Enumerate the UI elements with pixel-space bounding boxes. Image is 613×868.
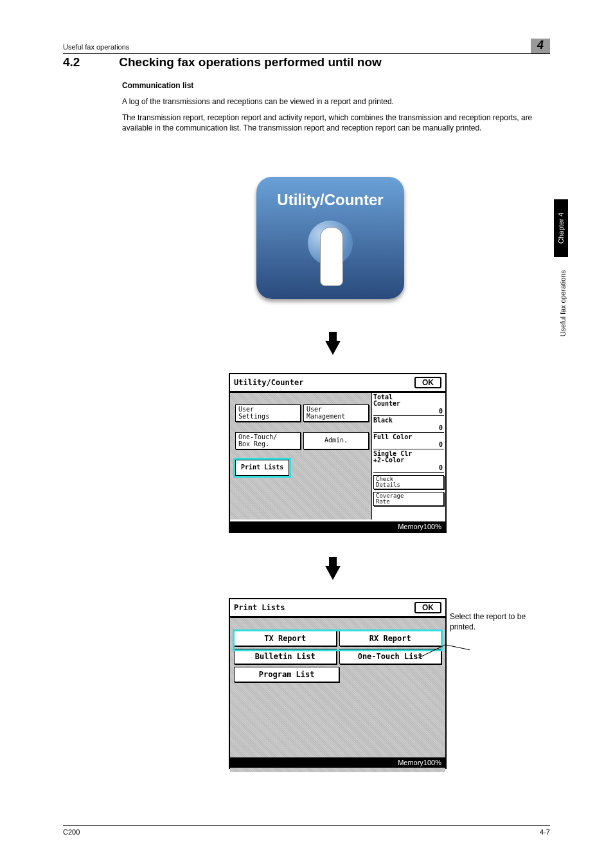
page-header: Useful fax operations 4	[63, 39, 550, 54]
user-management-button[interactable]: User Management	[303, 404, 369, 422]
counter-pane: Total Counter 0 Black 0 Full Color 0 Sin…	[371, 393, 445, 520]
section-title-text: Checking fax operations performed until …	[119, 55, 382, 69]
print-lists-screen: Print Lists OK TX Report RX Report Bulle…	[229, 598, 447, 769]
callout-leader-line	[445, 644, 470, 650]
screen2-titlebar: Print Lists OK	[230, 599, 445, 618]
memory-indicator-2: Memory100%	[230, 757, 445, 768]
screen1-titlebar: Utility/Counter OK	[230, 374, 445, 393]
black-value: 0	[439, 424, 443, 431]
full-color-label: Full Color	[373, 434, 444, 440]
arrow-down-icon	[325, 566, 341, 580]
footer-page: 4-7	[540, 828, 550, 836]
black-label: Black	[373, 417, 444, 424]
tx-report-button[interactable]: TX Report	[234, 631, 337, 646]
paragraph-2: The transmission report, reception repor…	[122, 113, 550, 133]
ok-button[interactable]: OK	[414, 602, 441, 613]
print-lists-button[interactable]: Print Lists	[235, 460, 289, 476]
section-heading: 4.2 Checking fax operations performed un…	[63, 55, 382, 69]
full-color-value: 0	[439, 441, 443, 448]
total-counter-value: 0	[439, 408, 443, 415]
arrow-down-icon	[325, 341, 341, 355]
footer-model: C200	[63, 828, 80, 836]
side-chapter-tab: Chapter 4	[554, 199, 568, 257]
total-counter-label: Total Counter	[373, 394, 444, 407]
one-touch-box-reg-button[interactable]: One-Touch/ Box Reg.	[235, 432, 301, 449]
single-color-value: 0	[439, 464, 443, 471]
ok-button[interactable]: OK	[414, 377, 441, 388]
running-head: Useful fax operations	[63, 43, 129, 51]
rx-report-button[interactable]: RX Report	[339, 631, 442, 646]
utility-counter-screen: Utility/Counter OK User Settings User Ma…	[229, 373, 447, 533]
chapter-badge: 4	[531, 39, 550, 53]
callout-text: Select the report to be printed.	[450, 612, 546, 632]
paragraph-1: A log of the transmissions and reception…	[122, 96, 550, 107]
finger-press-icon	[305, 221, 356, 278]
side-section-title: Useful fax operations	[559, 270, 567, 336]
memory-indicator-1: Memory100%	[230, 521, 445, 532]
program-list-button[interactable]: Program List	[234, 667, 339, 682]
screen2-title: Print Lists	[234, 603, 285, 612]
user-settings-button[interactable]: User Settings	[235, 404, 301, 422]
coverage-rate-button[interactable]: Coverage Rate	[373, 492, 444, 506]
single-color-label: Single Clr +2-Color	[373, 451, 444, 464]
admin-button[interactable]: Admin.	[303, 432, 369, 449]
bulletin-list-button[interactable]: Bulletin List	[234, 649, 337, 664]
utility-counter-label: Utility/Counter	[256, 177, 404, 209]
section-number: 4.2	[63, 55, 116, 69]
one-touch-list-button[interactable]: One-Touch List	[339, 649, 442, 664]
utility-counter-hardkey[interactable]: Utility/Counter	[256, 177, 404, 299]
screen1-title: Utility/Counter	[234, 378, 303, 387]
page-footer: C200 4-7	[63, 825, 550, 836]
check-details-button[interactable]: Check Details	[373, 475, 444, 489]
subheading: Communication list	[122, 81, 193, 90]
